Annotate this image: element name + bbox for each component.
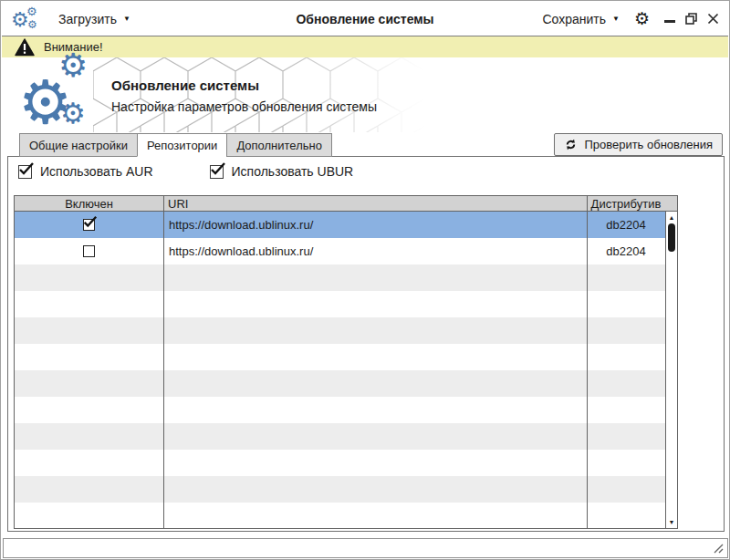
column-header-enabled: Включен [15, 197, 163, 211]
table-row-empty [15, 264, 677, 291]
use-ubur-label: Использовать UBUR [232, 164, 354, 179]
page-subtitle: Настройка параметров обновления системы [111, 99, 377, 114]
refresh-icon [564, 138, 578, 151]
save-menu-button[interactable]: Сохранить ▼ [542, 12, 620, 26]
status-bar [3, 538, 728, 558]
column-header-uri: URI [163, 197, 587, 211]
repositories-panel: Использовать AUR Использовать UBUR Включ… [7, 156, 725, 532]
app-gears-icon: ⚙⚙⚙ [11, 5, 42, 33]
warning-banner: Внимание! [2, 36, 728, 57]
title-bar: Обновление системы ⚙⚙⚙ Загрузить ▼ Сохра… [2, 2, 728, 36]
chevron-down-icon: ▼ [123, 15, 130, 23]
table-row-empty [15, 476, 677, 503]
resize-grip[interactable] [712, 543, 725, 555]
page-title: Обновление системы [111, 78, 259, 93]
table-scrollbar[interactable]: ▲ ▼ [665, 212, 677, 528]
close-button[interactable] [707, 13, 719, 25]
row-enabled-checkbox[interactable] [83, 245, 95, 257]
table-header: Включен URI Дистрибутив [15, 196, 677, 212]
save-menu-label: Сохранить [542, 12, 606, 26]
hexagon-fade [93, 57, 425, 132]
tab-repositories[interactable]: Репозитории [137, 133, 227, 157]
table-row-empty [15, 397, 677, 423]
row-uri: https://download.ublinux.ru/ [163, 218, 587, 232]
tab-bar: Общие настройки Репозитории Дополнительн… [19, 133, 331, 157]
repositories-table: Включен URI Дистрибутив https://download… [14, 195, 678, 529]
row-distro: db2204 [587, 218, 665, 232]
check-icon [209, 161, 226, 178]
check-icon [17, 161, 35, 178]
app-window: Обновление системы ⚙⚙⚙ Загрузить ▼ Сохра… [0, 0, 730, 560]
hero-gears-icon: ⚙⚙⚙ [16, 54, 108, 132]
table-row-empty [15, 503, 677, 529]
load-menu-button[interactable]: Загрузить ▼ [58, 12, 130, 26]
maximize-restore-button[interactable] [685, 13, 697, 25]
table-row-empty [15, 291, 677, 317]
table-row-empty [15, 370, 677, 397]
table-row-empty [15, 317, 677, 344]
tab-additional[interactable]: Дополнительно [226, 133, 332, 157]
settings-gear-icon[interactable]: ⚙ [634, 10, 650, 27]
row-uri: https://download.ublinux.ru/ [163, 244, 587, 258]
table-row-empty [15, 423, 677, 450]
load-menu-label: Загрузить [58, 12, 117, 26]
use-aur-checkbox[interactable] [18, 165, 32, 179]
use-ubur-checkbox[interactable] [210, 165, 224, 179]
column-header-distro: Дистрибутив [587, 197, 665, 211]
check-icon [82, 214, 98, 230]
table-row[interactable]: https://download.ublinux.ru/ db2204 [15, 238, 677, 264]
hero-header: ⚙⚙⚙ Обновление системы Настройка парамет… [2, 57, 728, 133]
check-updates-label: Проверить обновления [584, 138, 713, 151]
row-distro: db2204 [587, 244, 665, 258]
table-row-selected[interactable]: https://download.ublinux.ru/ db2204 [15, 212, 677, 238]
table-row-empty [15, 344, 677, 370]
use-ubur-option[interactable]: Использовать UBUR [210, 164, 354, 179]
check-updates-button[interactable]: Проверить обновления [554, 133, 723, 156]
table-row-empty [15, 450, 677, 476]
tab-general[interactable]: Общие настройки [19, 133, 138, 157]
use-aur-option[interactable]: Использовать AUR [18, 164, 153, 179]
scroll-up-icon[interactable]: ▲ [666, 214, 677, 221]
chevron-down-icon: ▼ [612, 15, 620, 23]
column-separator [163, 196, 164, 528]
minimize-button[interactable] [664, 20, 675, 23]
column-separator [587, 196, 588, 528]
scroll-down-icon[interactable]: ▼ [666, 519, 677, 525]
scrollbar-thumb[interactable] [668, 223, 675, 252]
row-enabled-checkbox[interactable] [83, 219, 95, 231]
use-aur-label: Использовать AUR [40, 164, 153, 179]
